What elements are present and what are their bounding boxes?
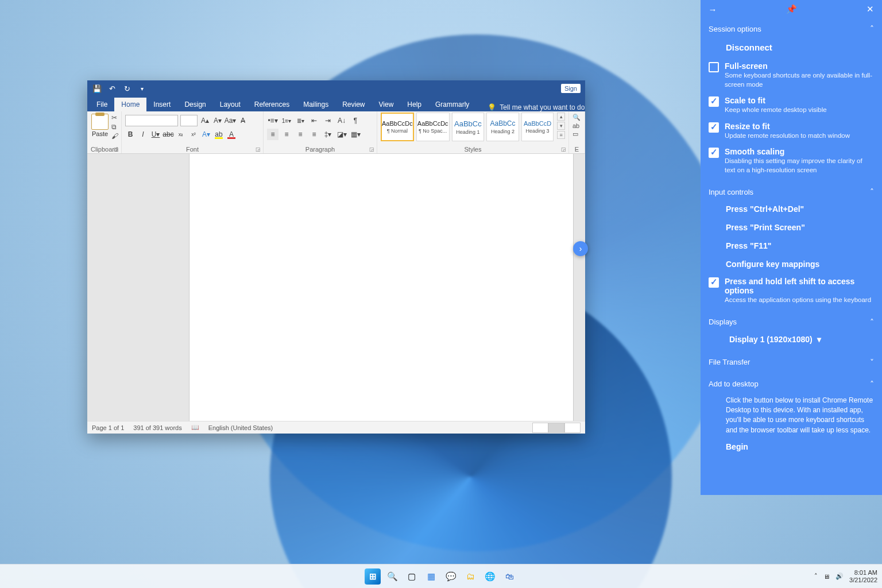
tab-file[interactable]: File	[90, 98, 114, 111]
sort-icon[interactable]: A↓	[336, 115, 347, 126]
document-area[interactable]	[87, 154, 585, 421]
checkbox-scale[interactable]	[709, 96, 719, 107]
print-layout-button[interactable]	[548, 423, 564, 433]
word-titlebar[interactable]: 💾 ↶ ↻ ▾ Sign	[87, 80, 585, 96]
align-right-icon[interactable]: ≡	[295, 129, 306, 140]
redo-icon[interactable]: ↻	[122, 84, 132, 93]
chat-icon[interactable]: 💬	[443, 568, 459, 585]
tab-grammarly[interactable]: Grammarly	[428, 98, 476, 111]
tab-references[interactable]: References	[247, 98, 296, 111]
tell-me-search[interactable]: 💡 Tell me what you want to do	[488, 103, 585, 111]
numbering-icon[interactable]: 1≡▾	[281, 115, 292, 126]
qat-more-icon[interactable]: ▾	[137, 86, 147, 92]
style-heading1[interactable]: AaBbCc Heading 1	[452, 113, 485, 141]
option-shift-access[interactable]: Press and hold left shift to access opti…	[709, 273, 874, 308]
read-mode-button[interactable]	[532, 423, 548, 433]
volume-icon[interactable]: 🔊	[835, 572, 844, 580]
section-displays[interactable]: Displays ˄	[709, 314, 874, 330]
undock-icon[interactable]: →	[706, 5, 719, 14]
undo-icon[interactable]: ↶	[107, 84, 117, 93]
font-color-button[interactable]: A	[226, 129, 237, 140]
option-smooth[interactable]: Smooth scaling Disabling this setting ma…	[709, 144, 874, 178]
tab-review[interactable]: Review	[335, 98, 372, 111]
style-heading3[interactable]: AaBbCcD Heading 3	[521, 113, 554, 141]
tab-layout[interactable]: Layout	[213, 98, 247, 111]
paragraph-launcher-icon[interactable]: ◲	[369, 146, 374, 152]
show-marks-icon[interactable]: ¶	[350, 115, 361, 126]
shrink-font-icon[interactable]: A▾	[212, 115, 223, 126]
tab-help[interactable]: Help	[400, 98, 428, 111]
align-center-icon[interactable]: ≡	[281, 129, 292, 140]
paste-button[interactable]: Paste	[90, 114, 110, 140]
checkbox-fullscreen[interactable]	[709, 62, 719, 72]
disconnect-button[interactable]: Disconnect	[709, 37, 874, 58]
press-ctrlaltdel-button[interactable]: Press "Ctrl+Alt+Del"	[709, 200, 874, 218]
store-icon[interactable]: 🛍	[501, 568, 517, 585]
copy-icon[interactable]: ⧉	[111, 123, 118, 131]
section-file-transfer[interactable]: File Transfer ˅	[709, 354, 874, 370]
borders-icon[interactable]: ▦▾	[350, 129, 361, 140]
align-justify-icon[interactable]: ≡	[308, 129, 320, 140]
section-session-options[interactable]: Session options ˄	[709, 21, 874, 37]
section-input-controls[interactable]: Input controls ˄	[709, 184, 874, 200]
tab-home[interactable]: Home	[114, 98, 146, 111]
status-language[interactable]: English (United States)	[208, 424, 273, 431]
widgets-icon[interactable]: ▦	[423, 568, 439, 585]
bullets-icon[interactable]: •≡▾	[267, 115, 278, 126]
superscript-button[interactable]: x²	[188, 129, 199, 140]
strikethrough-button[interactable]: abc	[163, 129, 173, 140]
text-effects-icon[interactable]: A▾	[201, 129, 211, 140]
sign-in-button[interactable]: Sign	[561, 84, 581, 93]
decrease-indent-icon[interactable]: ⇤	[308, 115, 320, 126]
chevron-up-icon[interactable]: ˄	[814, 572, 818, 580]
configure-keys-button[interactable]: Configure key mappings	[709, 255, 874, 273]
option-fullscreen[interactable]: Full-screen Some keyboard shortcuts are …	[709, 58, 874, 92]
save-icon[interactable]: 💾	[92, 84, 102, 93]
system-tray[interactable]: ˄ 🖥 🔊 8:01 AM 3/21/2022	[814, 569, 877, 583]
font-launcher-icon[interactable]: ◲	[256, 146, 261, 152]
clock[interactable]: 8:01 AM 3/21/2022	[849, 569, 877, 583]
style-normal[interactable]: AaBbCcDc ¶ Normal	[381, 113, 414, 141]
option-scale[interactable]: Scale to fit Keep whole remote desktop v…	[709, 92, 874, 118]
bold-button[interactable]: B	[125, 129, 136, 140]
panel-collapse-handle[interactable]: ›	[573, 241, 588, 256]
shading-icon[interactable]: ◪▾	[336, 129, 347, 140]
search-icon[interactable]: 🔍	[384, 568, 400, 585]
network-icon[interactable]: 🖥	[823, 573, 830, 580]
edge-icon[interactable]: 🌐	[482, 568, 498, 585]
pin-icon[interactable]: 📌	[785, 4, 798, 14]
line-spacing-icon[interactable]: ‡▾	[322, 129, 334, 140]
gallery-down-icon[interactable]: ▾	[557, 122, 565, 130]
web-layout-button[interactable]	[564, 423, 581, 433]
increase-indent-icon[interactable]: ⇥	[322, 115, 334, 126]
document-page[interactable]	[189, 154, 574, 421]
clipboard-launcher-icon[interactable]: ◲	[114, 146, 119, 152]
press-printscreen-button[interactable]: Press "Print Screen"	[709, 218, 874, 237]
press-f11-button[interactable]: Press "F11"	[709, 237, 874, 255]
subscript-button[interactable]: x₂	[176, 129, 186, 140]
styles-gallery-scroll[interactable]: ▴ ▾ ≡	[557, 113, 565, 139]
spellcheck-icon[interactable]: 📖	[191, 424, 199, 431]
multilevel-icon[interactable]: ≣▾	[295, 115, 306, 126]
checkbox-smooth[interactable]	[709, 148, 719, 158]
task-view-icon[interactable]: ▢	[404, 568, 420, 585]
option-resize[interactable]: Resize to fit Update remote resolution t…	[709, 118, 874, 144]
style-heading2[interactable]: AaBbCc Heading 2	[486, 113, 519, 141]
tab-view[interactable]: View	[372, 98, 401, 111]
gallery-up-icon[interactable]: ▴	[557, 113, 565, 121]
close-icon[interactable]: ✕	[864, 4, 876, 14]
tab-insert[interactable]: Insert	[146, 98, 177, 111]
gallery-more-icon[interactable]: ≡	[557, 131, 565, 139]
align-left-icon[interactable]: ≡	[267, 129, 278, 140]
select-icon[interactable]: ▭	[572, 130, 581, 138]
cut-icon[interactable]: ✂	[111, 114, 118, 122]
underline-button[interactable]: U▾	[150, 129, 161, 140]
replace-icon[interactable]: ab	[572, 122, 581, 129]
styles-launcher-icon[interactable]: ◲	[561, 146, 566, 152]
display-selector[interactable]: Display 1 (1920x1080) ▾	[709, 330, 874, 349]
tab-mailings[interactable]: Mailings	[296, 98, 335, 111]
status-words[interactable]: 391 of 391 words	[133, 424, 181, 431]
style-no-spacing[interactable]: AaBbCcDc ¶ No Spac...	[416, 113, 450, 141]
tab-design[interactable]: Design	[177, 98, 212, 111]
clear-format-icon[interactable]: A̶	[238, 115, 248, 126]
